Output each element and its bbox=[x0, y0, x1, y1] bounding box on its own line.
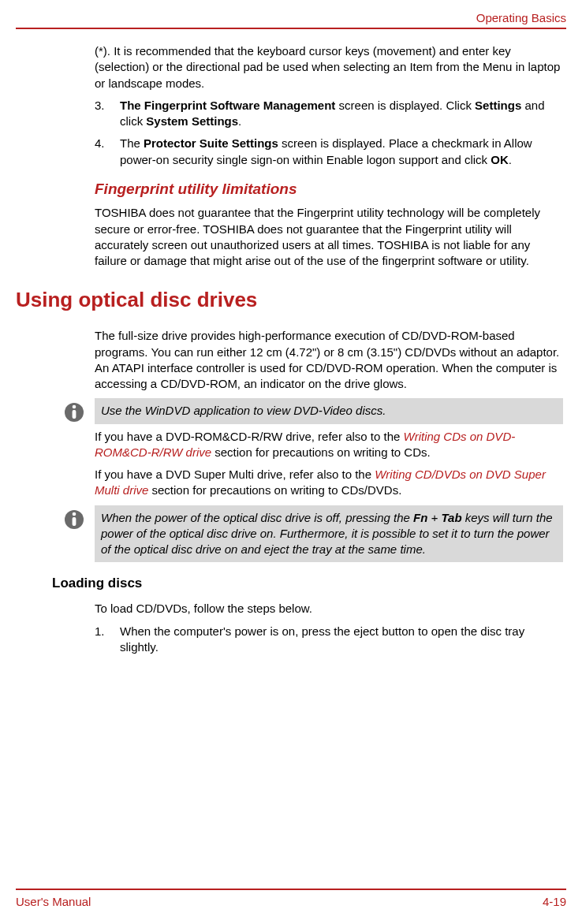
footer: User's Manual 4-19 bbox=[16, 889, 566, 908]
content-area: (*). It is recommended that the keyboard… bbox=[16, 43, 566, 889]
list-item-3: 3. The Fingerprint Software Management s… bbox=[95, 98, 563, 130]
text-bold: The Fingerprint Software Management bbox=[120, 99, 335, 112]
info-icon bbox=[63, 509, 85, 531]
text: + bbox=[427, 511, 441, 524]
heading-loading-discs: Loading discs bbox=[52, 575, 563, 593]
list-body: The Protector Suite Settings screen is d… bbox=[120, 136, 563, 168]
info-icon bbox=[63, 401, 85, 423]
text: . bbox=[509, 153, 512, 166]
heading-fingerprint-limitations: Fingerprint utility limitations bbox=[95, 179, 563, 199]
list-number: 1. bbox=[95, 624, 109, 656]
text-bold: Fn bbox=[413, 511, 427, 524]
note-text: When the power of the optical disc drive… bbox=[101, 511, 553, 557]
text: If you have a DVD Super Multi drive, ref… bbox=[95, 468, 375, 481]
note-text: Use the WinDVD application to view DVD-V… bbox=[101, 404, 386, 417]
text-bold: Settings bbox=[475, 99, 521, 112]
svg-point-1 bbox=[73, 405, 76, 409]
list-body: When the computer's power is on, press t… bbox=[120, 624, 563, 656]
svg-rect-2 bbox=[73, 410, 76, 419]
list-body: The Fingerprint Software Management scre… bbox=[120, 98, 563, 130]
header-rule bbox=[16, 28, 566, 29]
svg-rect-5 bbox=[73, 517, 76, 526]
footer-left: User's Manual bbox=[16, 895, 91, 908]
list-item-4: 4. The Protector Suite Settings screen i… bbox=[95, 136, 563, 168]
intro-paragraph: (*). It is recommended that the keyboard… bbox=[95, 43, 563, 91]
dvd-para-2: If you have a DVD Super Multi drive, ref… bbox=[95, 467, 563, 499]
heading-optical-drives: Using optical disc drives bbox=[16, 286, 563, 314]
note-box-1: Use the WinDVD application to view DVD-V… bbox=[95, 398, 563, 423]
note-box-2: When the power of the optical disc drive… bbox=[95, 505, 563, 563]
text-bold: Protector Suite Settings bbox=[144, 136, 278, 150]
optical-paragraph: The full-size drive provides high-perfor… bbox=[95, 328, 563, 392]
dvd-para-1: If you have a DVD-ROM&CD-R/RW drive, ref… bbox=[95, 429, 563, 461]
list-number: 3. bbox=[95, 98, 109, 130]
list-number: 4. bbox=[95, 136, 109, 168]
text: If you have a DVD-ROM&CD-R/RW drive, ref… bbox=[95, 430, 404, 443]
text-bold: Tab bbox=[441, 511, 461, 524]
fingerprint-paragraph: TOSHIBA does not guarantee that the Fing… bbox=[95, 205, 563, 269]
text-bold: OK bbox=[491, 153, 509, 166]
list-item-load-1: 1. When the computer's power is on, pres… bbox=[95, 624, 563, 656]
text: When the power of the optical disc drive… bbox=[101, 511, 413, 524]
header-section: Operating Basics bbox=[16, 11, 566, 28]
text: The bbox=[120, 136, 144, 150]
text: . bbox=[238, 114, 241, 128]
text: section for precautions on writing to CD… bbox=[211, 445, 431, 459]
text-bold: System Settings bbox=[146, 114, 238, 128]
loading-paragraph: To load CD/DVDs, follow the steps below. bbox=[95, 601, 563, 617]
text: section for precautions on writing to CD… bbox=[148, 483, 401, 497]
svg-point-4 bbox=[73, 512, 76, 516]
text: screen is displayed. Click bbox=[335, 99, 475, 112]
footer-right: 4-19 bbox=[543, 895, 566, 908]
